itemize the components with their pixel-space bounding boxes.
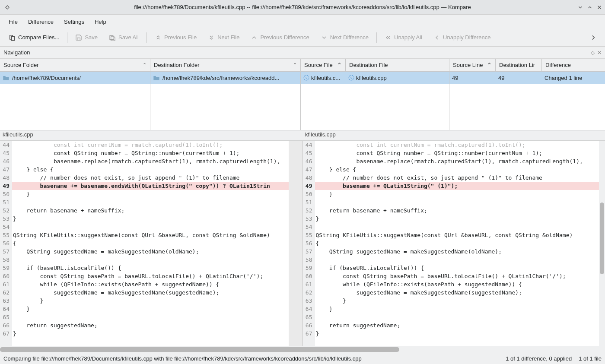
source-file-name: kfileutils.c... bbox=[311, 75, 340, 81]
unapply-diff-label: Unapply Difference bbox=[443, 34, 490, 41]
destination-line-value: 49 bbox=[498, 75, 504, 81]
right-code[interactable]: const int currentNum = rmatch.captured(1… bbox=[315, 141, 605, 346]
navigation-columns: Source Folder ⌃ /home/fhek789/Documents/… bbox=[0, 59, 605, 130]
sort-icon: ⌃ bbox=[143, 62, 146, 68]
svg-text:c: c bbox=[350, 76, 352, 79]
double-left-icon bbox=[385, 34, 392, 41]
destination-file-name: kfileutils.cpp bbox=[356, 75, 387, 81]
toolbar-separator bbox=[146, 32, 147, 43]
scrollbar-thumb[interactable] bbox=[600, 203, 604, 275]
close-icon[interactable] bbox=[596, 4, 602, 10]
minimize-icon[interactable] bbox=[577, 4, 583, 10]
menu-settings[interactable]: Settings bbox=[60, 17, 89, 27]
source-line-header[interactable]: Source Line ⌃ bbox=[449, 59, 496, 71]
difference-header[interactable]: Difference bbox=[542, 59, 605, 71]
svg-text:c: c bbox=[306, 76, 307, 79]
toolbar-separator bbox=[376, 32, 377, 43]
status-message: Comparing file file:///home/fhek789/Docu… bbox=[3, 355, 499, 362]
left-file-tab: kfileutils.cpp bbox=[0, 130, 302, 140]
folder-icon bbox=[3, 75, 10, 81]
source-folder-path: /home/fhek789/Documents/ bbox=[12, 75, 81, 81]
vertical-scrollbar[interactable] bbox=[599, 141, 605, 346]
navigation-title-bar: Navigation ◇ ✕ bbox=[0, 47, 605, 59]
left-code-pane[interactable]: 4445464748495051525354555657585960616263… bbox=[0, 141, 303, 346]
destination-folder-row[interactable]: /home/fhek789/kde/src/frameworks/kcoread… bbox=[150, 72, 300, 84]
editor-tabs: kfileutils.cpp kfileutils.cpp bbox=[0, 130, 605, 141]
unapply-all-button: Unapply All bbox=[379, 32, 427, 44]
toolbar-expand-button[interactable] bbox=[585, 31, 602, 44]
compare-files-label: Compare Files... bbox=[18, 34, 59, 41]
status-diff-count: 1 of 1 difference, 0 applied bbox=[506, 355, 572, 362]
previous-diff-label: Previous Difference bbox=[260, 34, 309, 41]
status-file-count: 1 of 1 file bbox=[579, 355, 602, 362]
destination-line-header[interactable]: Destination Lir bbox=[496, 59, 542, 71]
next-file-button: Next File bbox=[203, 32, 245, 44]
files-column: Source File ⌃ Destination File c kfileut… bbox=[301, 59, 449, 130]
left-code[interactable]: const int currentNum = rmatch.captured(1… bbox=[12, 141, 302, 346]
destination-line-header-label: Destination Lir bbox=[499, 62, 535, 68]
unapply-diff-button: Unapply Difference bbox=[428, 32, 496, 44]
menu-file[interactable]: File bbox=[4, 17, 22, 27]
save-all-button: Save All bbox=[104, 32, 144, 44]
save-button: Save bbox=[70, 32, 103, 44]
save-all-label: Save All bbox=[118, 34, 139, 41]
chevron-down-icon bbox=[321, 34, 328, 41]
destination-folder-header-label: Destination Folder bbox=[154, 62, 200, 68]
editors: kfileutils.cpp kfileutils.cpp 4445464748… bbox=[0, 130, 605, 353]
source-folder-row[interactable]: /home/fhek789/Documents/ bbox=[0, 72, 150, 84]
title-bar: file:///home/fhek789/Documents/kfileutil… bbox=[0, 0, 605, 15]
save-label: Save bbox=[85, 34, 98, 41]
difference-column: Source Line ⌃ Destination Lir Difference… bbox=[449, 59, 605, 130]
horizontal-scrollbar[interactable] bbox=[0, 346, 605, 353]
chevron-left-icon bbox=[433, 34, 440, 41]
pin-icon[interactable] bbox=[4, 4, 10, 10]
source-folder-column: Source Folder ⌃ /home/fhek789/Documents/ bbox=[0, 59, 150, 130]
toolbar: Compare Files... Save Save All Previous … bbox=[0, 28, 605, 47]
right-code-pane[interactable]: 4445464748495051525354555657585960616263… bbox=[303, 141, 605, 346]
toolbar-separator bbox=[67, 32, 67, 43]
double-down-icon bbox=[208, 34, 215, 41]
file-row[interactable]: c kfileutils.c... c kfileutils.cpp bbox=[301, 72, 449, 84]
source-folder-header-label: Source Folder bbox=[3, 62, 39, 68]
destination-folder-header[interactable]: Destination Folder ⌃ bbox=[150, 59, 300, 72]
files-icon bbox=[9, 34, 16, 41]
next-diff-button: Next Difference bbox=[315, 32, 374, 44]
maximize-icon[interactable] bbox=[587, 4, 593, 10]
double-up-icon bbox=[155, 34, 162, 41]
chevron-up-icon bbox=[251, 34, 258, 41]
destination-file-header-label: Destination File bbox=[349, 62, 388, 68]
float-panel-icon[interactable]: ◇ bbox=[591, 50, 595, 56]
svg-rect-1 bbox=[12, 36, 15, 40]
unapply-all-label: Unapply All bbox=[394, 34, 422, 41]
save-all-icon bbox=[109, 34, 116, 41]
source-folder-header[interactable]: Source Folder ⌃ bbox=[0, 59, 150, 72]
difference-text: Changed 1 line bbox=[544, 75, 582, 81]
next-file-label: Next File bbox=[217, 34, 239, 41]
sort-icon: ⌃ bbox=[487, 62, 492, 68]
cpp-icon: c bbox=[348, 75, 354, 81]
menu-difference[interactable]: Difference bbox=[24, 17, 58, 27]
navigation-title: Navigation bbox=[3, 49, 30, 56]
source-file-header[interactable]: Source File ⌃ bbox=[301, 59, 346, 71]
sort-icon: ⌃ bbox=[337, 62, 342, 68]
menu-bar: File Difference Settings Help bbox=[0, 15, 605, 28]
right-gutter: 4445464748495051525354555657585960616263… bbox=[303, 141, 315, 346]
source-line-header-label: Source Line bbox=[453, 62, 483, 68]
difference-row[interactable]: 49 49 Changed 1 line bbox=[449, 72, 605, 84]
cpp-icon: c bbox=[303, 75, 309, 81]
scrollbar-thumb[interactable] bbox=[0, 347, 399, 352]
destination-folder-path: /home/fhek789/kde/src/frameworks/kcoread… bbox=[162, 75, 279, 81]
sort-icon: ⌃ bbox=[293, 62, 297, 68]
save-icon bbox=[75, 34, 82, 41]
compare-files-button[interactable]: Compare Files... bbox=[3, 32, 64, 44]
destination-folder-column: Destination Folder ⌃ /home/fhek789/kde/s… bbox=[150, 59, 301, 130]
previous-diff-button: Previous Difference bbox=[245, 32, 314, 44]
left-gutter: 4445464748495051525354555657585960616263… bbox=[0, 141, 12, 346]
close-panel-icon[interactable]: ✕ bbox=[597, 50, 602, 56]
destination-file-header[interactable]: Destination File bbox=[346, 59, 449, 71]
difference-header-label: Difference bbox=[545, 62, 571, 68]
menu-help[interactable]: Help bbox=[90, 17, 111, 27]
next-diff-label: Next Difference bbox=[330, 34, 369, 41]
folder-icon bbox=[153, 75, 160, 81]
window-title: file:///home/fhek789/Documents/kfileutil… bbox=[0, 4, 605, 10]
